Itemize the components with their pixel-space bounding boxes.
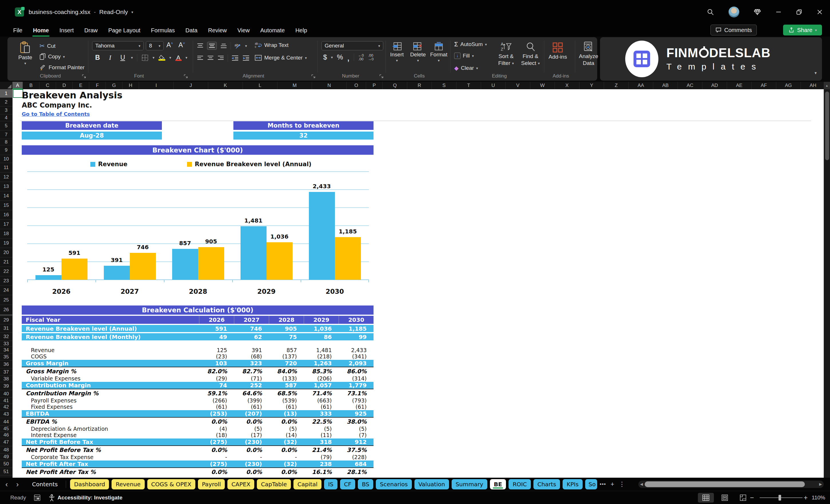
row-header-26[interactable]: 26 (0, 305, 12, 315)
sheet-tab-scenarios[interactable]: Scenarios (376, 479, 412, 490)
sheet-tab-cogs-opex[interactable]: COGS & OPEX (147, 479, 195, 490)
column-header-W[interactable]: W (530, 82, 555, 89)
column-header-V[interactable]: V (506, 82, 530, 89)
column-header-AE[interactable]: AE (727, 82, 752, 89)
row-header-31[interactable]: 31 (0, 324, 12, 333)
column-header-S[interactable]: S (432, 82, 456, 89)
column-header-C[interactable]: C (39, 82, 56, 89)
align-bottom-icon[interactable] (220, 43, 227, 49)
vertical-scrollbar[interactable] (824, 89, 830, 478)
column-header-R[interactable]: R (407, 82, 432, 89)
row-header-48[interactable]: 48 (0, 446, 12, 454)
sheet-tab-revenue[interactable]: Revenue (111, 479, 145, 490)
bar-revenue-2027[interactable] (104, 266, 130, 280)
column-header-G[interactable]: G (106, 82, 122, 89)
table-of-contents-link[interactable]: Go to Table of Contents (22, 111, 90, 117)
sheet-tab-be[interactable]: BE (490, 479, 506, 490)
horizontal-scrollbar-thumb[interactable] (645, 481, 805, 487)
comma-style-button[interactable]: , (347, 54, 350, 60)
addins-button[interactable]: Add-ins (549, 42, 567, 60)
sheet-tab-valuation[interactable]: Valuation (414, 479, 449, 490)
zoom-in-button[interactable]: + (804, 491, 808, 504)
scroll-left-arrow-icon[interactable]: ◀ (640, 482, 643, 486)
column-header-I[interactable]: I (139, 82, 173, 89)
align-left-icon[interactable] (197, 55, 204, 61)
delete-cells-button[interactable]: Delete ▾ (410, 42, 426, 63)
bar-breakeven-2026[interactable] (62, 259, 88, 280)
title-chevron-icon[interactable]: ▾ (131, 10, 133, 14)
sheet-tab-so[interactable]: So (585, 479, 597, 490)
bar-breakeven-2030[interactable] (335, 237, 361, 280)
sheet-tab-capex[interactable]: CAPEX (227, 479, 254, 490)
horizontal-scrollbar[interactable]: ◀ ▶ (638, 480, 824, 488)
row-header-41[interactable]: 41 (0, 398, 12, 404)
row-header-17[interactable]: 17 (0, 220, 12, 229)
column-header-J[interactable]: J (173, 82, 208, 89)
sheet-tab-is[interactable]: IS (324, 479, 338, 490)
row-header-43[interactable]: 43 (0, 410, 12, 418)
wrap-text-button[interactable]: abc Wrap Text (255, 42, 289, 49)
macro-record-icon[interactable] (33, 494, 41, 501)
copy-button[interactable]: Copy ▾ (39, 53, 65, 60)
row-header-37[interactable]: 37 (0, 369, 12, 376)
autosum-button[interactable]: Σ AutoSum ▾ (454, 41, 487, 48)
column-header-E[interactable]: E (73, 82, 89, 89)
row-header-25[interactable]: 25 (0, 295, 12, 305)
sort-filter-button[interactable]: AZ Sort & Filter▾ (498, 41, 514, 66)
sheet-nav-left-icon[interactable]: ‹ (2, 480, 11, 489)
decrease-font-button[interactable]: A˅ (179, 41, 185, 49)
fill-color-chevron-icon[interactable]: ▾ (169, 56, 171, 60)
sheet-tab-summary[interactable]: Summary (452, 479, 487, 490)
sheet-tab-kpis[interactable]: KPIs (563, 479, 583, 490)
sheet-tab-charts[interactable]: Charts (534, 479, 560, 490)
bar-revenue-2026[interactable] (35, 275, 62, 280)
column-header-Z[interactable]: Z (604, 82, 629, 89)
page-break-view-button[interactable] (735, 493, 751, 503)
ribbon-tab-formulas[interactable]: Formulas (151, 26, 175, 35)
column-header-L[interactable]: L (243, 82, 278, 89)
scroll-up-arrow-icon[interactable]: ▲ (824, 82, 830, 89)
row-header-10[interactable]: 10 (0, 155, 12, 163)
currency-chevron-icon[interactable]: ▾ (331, 55, 333, 60)
premium-button[interactable] (751, 5, 764, 19)
sheet-tab-dashboard[interactable]: Dashboard (70, 479, 109, 490)
sheet-tab-cf[interactable]: CF (340, 479, 355, 490)
page-layout-view-button[interactable] (717, 493, 733, 503)
sheet-tab-capital[interactable]: Capital (293, 479, 321, 490)
paste-button[interactable]: Paste ▾ (18, 41, 32, 65)
row-header-8[interactable]: 8 (0, 139, 12, 145)
row-header-14[interactable]: 14 (0, 191, 12, 201)
row-header-34[interactable]: 34 (0, 347, 12, 353)
scroll-right-arrow-icon[interactable]: ▶ (819, 482, 822, 486)
row-header-22[interactable]: 22 (0, 267, 12, 276)
column-header-AF[interactable]: AF (752, 82, 776, 89)
align-center-icon[interactable] (207, 55, 214, 61)
ribbon-tab-draw[interactable]: Draw (84, 26, 98, 35)
sheet-tab-bs[interactable]: BS (358, 479, 373, 490)
row-header-2[interactable]: 2 (0, 98, 12, 106)
row-header-42[interactable]: 42 (0, 404, 12, 410)
increase-decimal-button[interactable]: ←0.00 (358, 54, 364, 61)
column-header-AA[interactable]: AA (629, 82, 653, 89)
fill-color-button[interactable] (158, 55, 165, 61)
comments-button[interactable]: Comments (710, 25, 757, 35)
sheet-nav-right-icon[interactable]: › (13, 480, 22, 489)
font-size-select[interactable]: 8 ▾ (146, 41, 164, 50)
column-header-Q[interactable]: Q (383, 82, 407, 89)
increase-font-button[interactable]: A˄ (166, 41, 173, 49)
row-header-9[interactable]: 9 (0, 145, 12, 155)
insert-cells-button[interactable]: Insert ▾ (390, 42, 404, 63)
zoom-level[interactable]: 110% (812, 491, 825, 504)
column-header-N[interactable]: N (312, 82, 347, 89)
column-header-AD[interactable]: AD (702, 82, 727, 89)
row-header-35[interactable]: 35 (0, 353, 12, 360)
restore-button[interactable] (793, 5, 805, 19)
sheet-tab-contents[interactable]: Contents (28, 479, 62, 490)
zoom-slider-thumb[interactable] (778, 495, 781, 501)
bar-revenue-2028[interactable] (172, 249, 198, 280)
zoom-slider[interactable] (760, 497, 802, 498)
account-button[interactable] (728, 5, 740, 19)
share-button[interactable]: Share ▾ (783, 25, 822, 35)
decrease-indent-icon[interactable] (231, 55, 239, 61)
row-header-50[interactable]: 50 (0, 460, 12, 468)
